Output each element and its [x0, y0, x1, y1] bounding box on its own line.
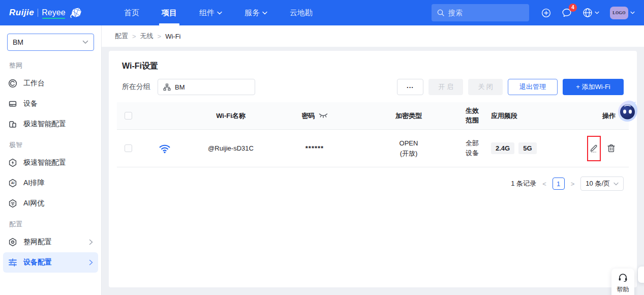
- help-button[interactable]: 帮助: [611, 269, 634, 295]
- page-title: Wi-Fi设置: [122, 61, 624, 72]
- col-header-wifi-name: Wi-Fi名称: [190, 111, 271, 121]
- breadcrumb-separator: >: [158, 33, 162, 40]
- trash-icon: [607, 144, 616, 153]
- nav-item-home[interactable]: 首页: [113, 0, 150, 25]
- col-header-password: 密码: [271, 111, 358, 121]
- disable-button[interactable]: 关 闭: [468, 79, 503, 95]
- wifi-icon: [159, 142, 171, 155]
- chevron-down-icon: [262, 11, 267, 15]
- row-checkbox[interactable]: [125, 144, 132, 152]
- sidebar-item-clients[interactable]: 极速智能配置: [0, 114, 101, 134]
- prev-page-button[interactable]: <: [541, 180, 547, 188]
- scope-value: 全部设备: [464, 139, 480, 158]
- delete-button[interactable]: [607, 144, 616, 153]
- language-button[interactable]: [582, 8, 599, 18]
- encryption-cell: OPEN (开放): [358, 138, 459, 158]
- search-icon: [437, 9, 445, 17]
- sidebar-item-label: 工作台: [23, 79, 45, 88]
- sidebar-item-ai-troubleshoot[interactable]: AI AI排障: [0, 173, 101, 193]
- pagination: 1 条记录 < 1 > 10 条/页: [117, 176, 629, 191]
- assistant-mascot[interactable]: [617, 100, 639, 123]
- globe-icon: [582, 8, 593, 18]
- network-group-select[interactable]: BM: [7, 34, 94, 51]
- workbench-icon: [8, 79, 17, 88]
- sidebar-item-ai-network-opt[interactable]: AI网优: [0, 193, 101, 214]
- navbar-search[interactable]: [432, 4, 529, 21]
- group-filter-value: BM: [175, 83, 185, 91]
- col-header-bands: 应用频段: [485, 111, 561, 121]
- nav-item-cloud-survey[interactable]: 云地勘: [279, 0, 324, 25]
- wifi-table: Wi-Fi名称 密码 加密类型 生效范围 应用频段 操作: [117, 102, 629, 167]
- encryption-note: (开放): [358, 149, 459, 159]
- page-size-value: 10 条/页: [586, 179, 610, 188]
- chevron-down-icon: [614, 182, 619, 186]
- nav-item-project-label: 项目: [162, 8, 177, 18]
- chevron-down-icon: [595, 11, 599, 14]
- page-size-select[interactable]: 10 条/页: [580, 176, 624, 191]
- encryption-type: OPEN: [358, 138, 459, 149]
- bands-cell: 2.4G 5G: [485, 142, 561, 154]
- nav-item-home-label: 首页: [124, 8, 139, 18]
- add-wifi-button[interactable]: + 添加Wi-Fi: [563, 79, 624, 95]
- messages-button[interactable]: 4: [562, 8, 572, 18]
- nav-item-services-label: 服务: [244, 8, 260, 18]
- brand-divider: [38, 9, 38, 17]
- headset-icon: [618, 273, 628, 282]
- wifi-hexagon-icon: [8, 199, 17, 208]
- nav-item-components[interactable]: 组件: [188, 0, 233, 25]
- password-header-label: 密码: [302, 111, 315, 121]
- wifi-name-cell: @Ruijie-sD31C: [190, 144, 271, 152]
- breadcrumb-separator: >: [132, 33, 136, 40]
- avatar: LOGO: [610, 7, 628, 19]
- nav-item-services[interactable]: 服务: [233, 0, 279, 25]
- org-tree-icon: [163, 83, 171, 91]
- sidebar-item-smart-config[interactable]: 极速智能配置: [0, 153, 101, 173]
- page-number-button[interactable]: 1: [553, 178, 565, 190]
- exit-management-button[interactable]: 退出管理: [508, 79, 558, 95]
- sidebar-section-config: 配置: [0, 214, 101, 232]
- brand-logo: Ruijie Reyee: [9, 7, 100, 19]
- search-input[interactable]: [448, 9, 524, 17]
- breadcrumb-item[interactable]: 配置: [115, 32, 128, 41]
- eye-closed-icon[interactable]: [319, 113, 328, 119]
- select-all-checkbox[interactable]: [125, 112, 132, 120]
- sidebar-item-network-config[interactable]: 整网配置: [0, 232, 101, 252]
- help-label: 帮助: [617, 285, 629, 294]
- brand-reyee: Reyee: [42, 8, 65, 17]
- sliders-icon: [8, 258, 17, 267]
- chevron-right-icon: [89, 259, 93, 266]
- breadcrumb-current: Wi-Fi: [165, 33, 180, 40]
- side-edge-tab[interactable]: [638, 267, 644, 283]
- sidebar-item-device-config[interactable]: 设备配置: [3, 252, 98, 273]
- network-group-value: BM: [13, 38, 82, 46]
- sidebar-item-label: 设备: [23, 99, 38, 108]
- scope-cell: 全部设备: [459, 139, 485, 158]
- sidebar-item-label: AI网优: [23, 199, 44, 208]
- table-header-row: Wi-Fi名称 密码 加密类型 生效范围 应用频段 操作: [117, 102, 629, 130]
- sidebar-item-label: 整网配置: [23, 238, 52, 247]
- sidebar-section-network: 整网: [0, 55, 101, 73]
- col-header-scope: 生效范围: [459, 106, 485, 126]
- sidebar-item-devices[interactable]: 设备: [0, 94, 101, 114]
- chevron-down-icon: [630, 11, 635, 14]
- group-filter-input[interactable]: BM: [158, 79, 255, 95]
- sidebar-item-workbench[interactable]: 工作台: [0, 73, 101, 94]
- main-nav: 首页 项目 组件 服务 云地勘: [113, 0, 324, 25]
- gear-icon: [8, 238, 17, 247]
- col-header-encryption: 加密类型: [358, 111, 459, 121]
- nav-item-components-label: 组件: [199, 8, 214, 18]
- enable-button[interactable]: 开 启: [428, 79, 463, 95]
- more-actions-button[interactable]: ...: [397, 79, 423, 95]
- chevron-right-icon: [89, 239, 93, 245]
- lightning-hexagon-icon: [8, 158, 17, 167]
- brand-ruijie: Ruijie: [9, 8, 34, 18]
- account-menu[interactable]: LOGO: [610, 7, 635, 19]
- edit-button[interactable]: [590, 144, 598, 153]
- top-navbar: Ruijie Reyee 首页 项目 组件 服务: [0, 0, 644, 25]
- create-button[interactable]: [541, 8, 551, 18]
- next-page-button[interactable]: >: [570, 180, 576, 188]
- nav-item-project[interactable]: 项目: [150, 0, 188, 25]
- brand-brain-icon: [69, 7, 82, 19]
- breadcrumb-item[interactable]: 无线: [140, 32, 154, 41]
- sidebar-item-label: 极速智能配置: [23, 158, 66, 167]
